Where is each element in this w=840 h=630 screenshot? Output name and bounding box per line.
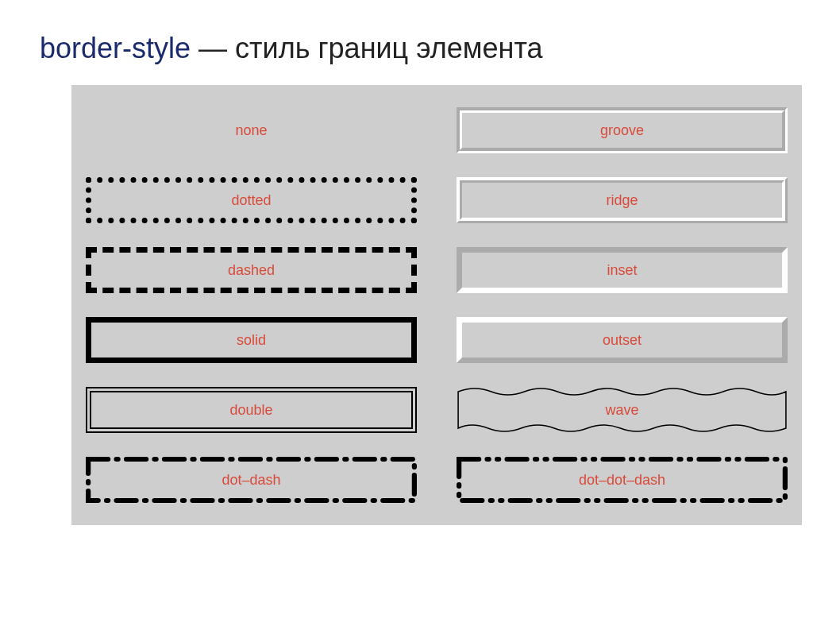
- swatch-dot-dash: dot–dash: [86, 457, 417, 503]
- swatch-none: none: [86, 107, 417, 153]
- swatch-outset: outset: [457, 317, 788, 363]
- swatch-panel: none groove dotted ridge dashed inset so…: [71, 85, 802, 525]
- dot-dash-border-icon: [86, 457, 417, 503]
- svg-rect-0: [88, 459, 414, 501]
- swatch-inset: inset: [457, 247, 788, 293]
- title-description: стиль границ элемента: [235, 32, 543, 64]
- swatch-label: double: [229, 402, 272, 419]
- swatch-label: inset: [607, 262, 637, 279]
- page: border-style — стиль границ элемента non…: [0, 0, 840, 557]
- swatch-groove: groove: [457, 107, 788, 153]
- swatch-label: dotted: [231, 192, 271, 209]
- swatch-label: ridge: [606, 192, 638, 209]
- title-dash: —: [191, 32, 235, 64]
- swatch-solid: solid: [86, 317, 417, 363]
- swatch-dotted: dotted: [86, 177, 417, 223]
- swatch-wave: wave: [457, 387, 788, 433]
- swatch-double: double: [86, 387, 417, 433]
- swatch-dashed: dashed: [86, 247, 417, 293]
- swatch-label: groove: [600, 122, 644, 139]
- swatch-label: solid: [237, 332, 266, 349]
- swatch-label: none: [235, 122, 267, 139]
- title-property: border-style: [40, 32, 191, 64]
- swatch-dot-dot-dash: dot–dot–dash: [457, 457, 788, 503]
- dot-dot-dash-border-icon: [457, 457, 788, 503]
- swatch-label: outset: [603, 332, 642, 349]
- page-title: border-style — стиль границ элемента: [40, 32, 800, 65]
- swatch-ridge: ridge: [457, 177, 788, 223]
- swatch-label: dashed: [228, 262, 275, 279]
- svg-rect-1: [459, 459, 785, 501]
- wave-border-icon: [457, 387, 788, 433]
